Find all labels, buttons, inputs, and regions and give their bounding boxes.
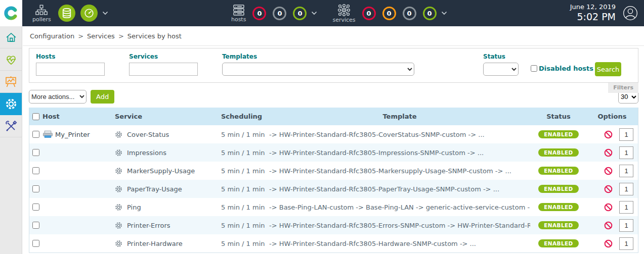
services-critical-count[interactable]: 0 [362, 7, 376, 20]
breadcrumb-separator: > [118, 32, 124, 40]
sidebar [0, 26, 22, 254]
row-checkbox[interactable] [32, 222, 39, 229]
service-link[interactable]: Cover-Status [127, 131, 169, 138]
service-gear-icon [115, 167, 122, 175]
table-header-row: Host Service Scheduling Template Status … [29, 108, 638, 125]
template-value: -> HW-Printer-Standard-Rfc3805-PaperTray… [269, 185, 530, 193]
hosts-details-toggle[interactable] [311, 11, 317, 15]
services-details-toggle[interactable] [441, 11, 447, 15]
more-actions-select[interactable]: More actions... [29, 90, 87, 104]
centreon-logo[interactable] [0, 0, 22, 26]
services-warning-count[interactable]: 0 [382, 7, 396, 20]
duplicate-count-input[interactable] [619, 128, 633, 141]
add-button[interactable]: Add [91, 90, 114, 104]
poller-details-toggle[interactable] [102, 11, 108, 15]
user-menu[interactable] [623, 6, 638, 21]
top-header: pollers hosts 0 [0, 0, 644, 26]
services-filter-input[interactable] [129, 63, 198, 76]
clock: June 12, 2019 5:02 PM [570, 3, 616, 23]
hosts-menu[interactable]: hosts [231, 4, 246, 22]
row-checkbox[interactable] [32, 131, 39, 138]
hosts-down-count[interactable]: 0 [252, 7, 266, 20]
row-checkbox[interactable] [32, 240, 39, 247]
template-value: -> HW-Printer-Standard-Rfc3805-Errors-SN… [269, 222, 530, 229]
column-header-host[interactable]: Host [42, 113, 115, 120]
select-all-checkbox[interactable] [32, 113, 39, 120]
template-value: -> HW-Printer-Standard-Rfc3805-CoverStat… [269, 131, 530, 138]
chevron-down-icon [441, 11, 447, 15]
duplicate-count-input[interactable] [619, 237, 633, 250]
breadcrumb-services[interactable]: Services [87, 32, 115, 40]
host-link[interactable]: My_Printer [55, 131, 90, 138]
database-status[interactable] [58, 5, 75, 22]
services-ok-count[interactable]: 0 [423, 7, 437, 20]
service-gear-icon [115, 149, 122, 157]
breadcrumb-current-page: Services by host [127, 32, 182, 40]
column-header-options: Options [587, 113, 637, 120]
table-row: Printer-Errors 5 min / 1 min -> HW-Print… [29, 216, 638, 234]
template-value: -> HW-Printer-Standard-Rfc3805-Markersup… [269, 167, 530, 175]
breadcrumb: Configuration > Services > Services by h… [23, 26, 644, 46]
row-checkbox[interactable] [32, 167, 39, 174]
disable-action-icon[interactable] [604, 130, 613, 139]
services-menu[interactable]: services [332, 4, 355, 23]
service-link[interactable]: PaperTray-Usage [127, 185, 182, 193]
filters-tab[interactable]: Filters [608, 83, 638, 93]
row-checkbox[interactable] [32, 204, 39, 211]
disable-action-icon[interactable] [604, 148, 613, 157]
service-link[interactable]: Impressions [127, 149, 166, 157]
breadcrumb-separator: > [78, 32, 83, 40]
duplicate-count-input[interactable] [619, 201, 633, 214]
service-link[interactable]: Printer-Errors [127, 222, 170, 229]
chevron-down-icon [102, 11, 108, 15]
filters-panel: Hosts Services Templates Status [29, 48, 638, 83]
duplicate-count-input[interactable] [619, 183, 633, 195]
status-filter-select[interactable] [483, 63, 519, 76]
hosts-unreachable-count[interactable]: 0 [273, 7, 286, 20]
chart-easel-icon [5, 76, 17, 88]
pollers-menu[interactable]: pollers [32, 5, 51, 22]
breadcrumb-configuration[interactable]: Configuration [30, 32, 74, 40]
scheduling-value: 5 min / 1 min [221, 131, 269, 138]
disabled-hosts-checkbox[interactable] [531, 65, 537, 72]
sidebar-item-administration[interactable] [0, 115, 22, 137]
disable-action-icon[interactable] [604, 185, 613, 193]
status-badge: ENABLED [538, 203, 578, 212]
latency-status[interactable] [80, 5, 98, 22]
time-text: 5:02 PM [570, 11, 616, 23]
centreon-c-icon [4, 6, 18, 20]
sidebar-item-monitoring[interactable] [0, 48, 22, 71]
services-unknown-count[interactable]: 0 [403, 7, 416, 20]
disabled-hosts-label: Disabled hosts [539, 65, 593, 72]
tools-icon [5, 120, 17, 132]
disable-action-icon[interactable] [604, 167, 613, 175]
service-link[interactable]: Printer-Hardware [127, 240, 183, 247]
disable-action-icon[interactable] [604, 221, 613, 230]
status-badge: ENABLED [538, 239, 578, 248]
hosts-up-count[interactable]: 0 [293, 7, 307, 20]
pollers-icon [35, 5, 48, 16]
service-link[interactable]: Ping [127, 204, 141, 211]
sidebar-item-reports[interactable] [0, 71, 22, 93]
duplicate-count-input[interactable] [619, 165, 633, 177]
templates-filter-select[interactable] [222, 63, 414, 76]
duplicate-count-input[interactable] [619, 146, 633, 159]
sidebar-item-home[interactable] [0, 26, 22, 48]
disable-action-icon[interactable] [604, 239, 613, 248]
heart-pulse-icon [5, 54, 18, 66]
sidebar-item-configuration[interactable] [0, 93, 22, 115]
disable-action-icon[interactable] [604, 203, 613, 212]
duplicate-count-input[interactable] [619, 219, 633, 232]
hosts-label: hosts [231, 17, 246, 22]
table-row: Impressions 5 min / 1 min -> HW-Printer-… [29, 143, 638, 162]
services-table: Host Service Scheduling Template Status … [29, 108, 638, 253]
service-link[interactable]: MarkerSupply-Usage [127, 167, 195, 175]
row-checkbox[interactable] [32, 185, 39, 192]
column-header-service[interactable]: Service [115, 113, 221, 120]
row-checkbox[interactable] [32, 149, 39, 156]
column-header-scheduling: Scheduling [221, 113, 269, 120]
hosts-filter-input[interactable] [36, 63, 105, 76]
gauge-icon [83, 8, 95, 19]
column-header-status: Status [530, 113, 587, 120]
search-button[interactable]: Search [595, 62, 621, 76]
